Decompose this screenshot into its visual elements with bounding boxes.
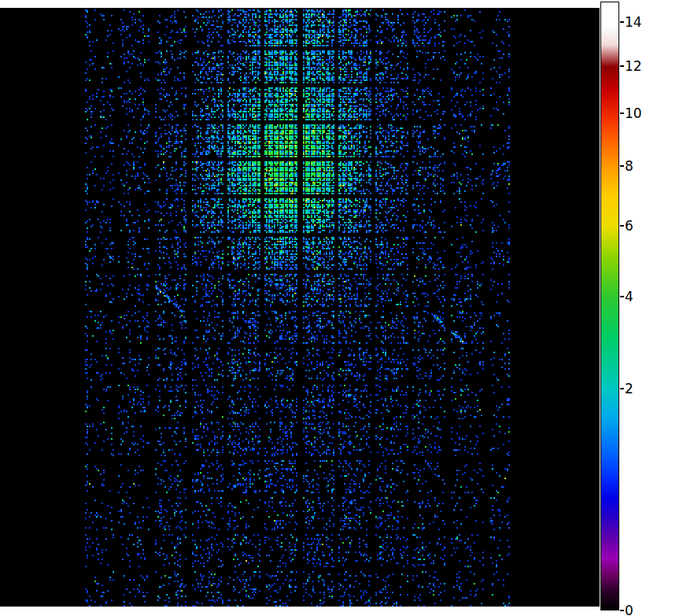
colorbar-tick-label: 8 (625, 158, 633, 175)
figure-page: 14 12 10 8 6 4 2 0 (0, 0, 683, 616)
colorbar-tick-label: 14 (625, 14, 642, 31)
colorbar-tick-mark (620, 610, 624, 611)
colorbar-tick-label: 6 (625, 218, 633, 234)
colorbar-tick-label: 0 (625, 603, 633, 616)
colorbar-tick-mark (620, 388, 624, 389)
colorbar-tick-mark (620, 296, 624, 297)
colorbar-tick-mark (620, 113, 624, 114)
colorbar-tick-label: 10 (625, 105, 642, 122)
detector-image-canvas (0, 8, 600, 607)
detector-image-panel (0, 8, 600, 607)
colorbar-tick-mark (620, 165, 624, 167)
colorbar-tick-mark (620, 21, 624, 23)
colorbar-tick-mark (620, 65, 624, 67)
colorbar-gradient (600, 2, 619, 610)
colorbar-tick-mark (620, 225, 624, 227)
colorbar-tick-label: 2 (625, 381, 633, 397)
colorbar-tick-label: 4 (625, 289, 633, 305)
colorbar-tick-label: 12 (625, 58, 642, 75)
